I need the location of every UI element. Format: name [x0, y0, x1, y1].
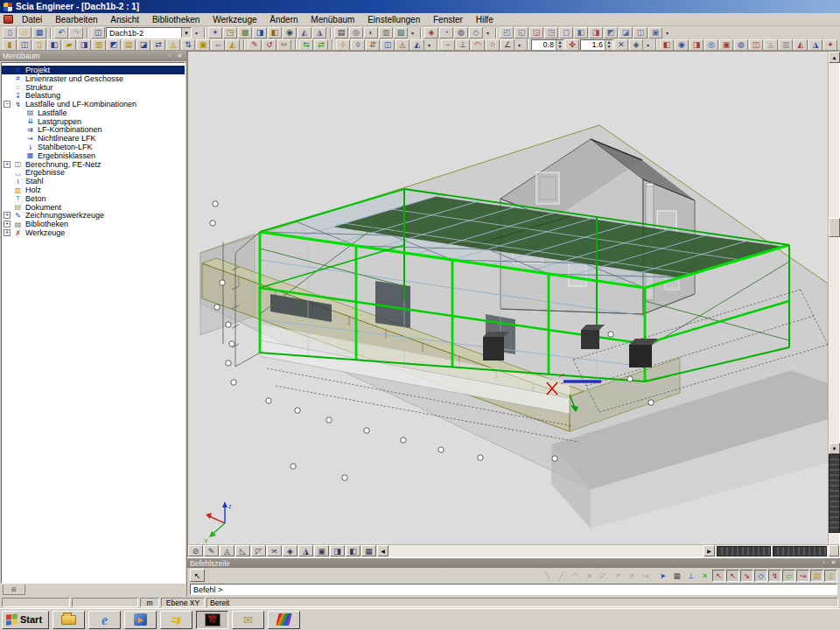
print-preview-button[interactable]: ◎ [349, 27, 363, 38]
beam-tool-10[interactable]: ◪ [136, 39, 150, 51]
tree-expand-toggle[interactable]: + [4, 229, 10, 236]
full-screen-button[interactable]: ▣ [648, 27, 662, 38]
document-view-button[interactable]: ▧ [394, 27, 408, 38]
node-tool-1[interactable]: ⇄ [151, 39, 165, 51]
minimize-window-button[interactable]: ◪ [619, 27, 633, 38]
snap-intersection-button[interactable]: ⇘ [740, 570, 753, 582]
supports-toggle-button[interactable]: ≍ [267, 545, 282, 556]
snap-close-button[interactable]: ✕ [583, 570, 596, 582]
dim-angle-button[interactable]: ∠ [500, 39, 514, 51]
beam-tool-8[interactable]: ◩ [107, 39, 121, 51]
maximize-window-button[interactable]: ◩ [604, 27, 618, 38]
scroll-right-icon[interactable]: ▶ [704, 545, 715, 556]
tree-item[interactable]: ⌂ Struktur [2, 83, 185, 92]
snap-polyline-button[interactable]: ╱ [555, 570, 568, 582]
stretch-button[interactable]: ◭ [410, 39, 424, 51]
mdi-document-icon[interactable] [4, 15, 13, 24]
split-window-button[interactable]: ◧ [574, 27, 588, 38]
cursor-snap-button[interactable]: ➤ [656, 570, 669, 582]
tree-item[interactable]: T Beton [2, 194, 185, 203]
title-bar[interactable]: Scia Engineer - [Dach1b-2 : 1] [0, 0, 840, 13]
disconnect-nodes-button[interactable]: ⇄ [314, 39, 328, 51]
command-input[interactable]: Befehl > [190, 584, 837, 595]
tools-menu[interactable]: ▾ [484, 27, 492, 38]
horizontal-scrollbar-thumb-2[interactable] [773, 546, 827, 556]
tree-item[interactable]: I Stahl [2, 177, 185, 186]
activity-toggle-7[interactable]: ◫ [749, 39, 763, 51]
activity-toggle-10[interactable]: ◭ [794, 39, 808, 51]
activity-toggle-6[interactable]: ◍ [734, 39, 748, 51]
snap-curve-button[interactable]: ↝ [639, 570, 652, 582]
activity-toggle-9[interactable]: ▥ [779, 39, 793, 51]
snap-midpoint-button[interactable]: ↖ [726, 570, 739, 582]
new-window-button[interactable]: ◨ [589, 27, 603, 38]
spinner-arrows-icon[interactable]: ▲▼ [556, 40, 564, 50]
beam-tool-9[interactable]: ▤ [122, 39, 136, 51]
scale-button[interactable]: ◬ [396, 39, 410, 51]
dim-circle-button[interactable]: ○ [486, 39, 500, 51]
window-menu[interactable]: ▾ [663, 27, 671, 38]
view-y-button[interactable]: ▦ [361, 545, 376, 556]
open-file-button[interactable]: ▱ [18, 27, 32, 38]
snap-tangent-button[interactable]: ↯ [768, 570, 781, 582]
activity-toggle-5[interactable]: ▣ [719, 39, 733, 51]
view-left-button[interactable]: ◭ [298, 27, 312, 38]
shading-on-button[interactable]: ✎ [204, 545, 219, 556]
clipboard-button[interactable]: ◧ [268, 27, 282, 38]
render-settings-button[interactable]: ◨ [330, 545, 345, 556]
dimension-menu[interactable]: ▾ [515, 39, 523, 51]
tree-item[interactable]: ⇉ LF-Kombinationen [2, 126, 185, 135]
snap-corner-button[interactable]: ⇗ [625, 570, 638, 582]
modify-button[interactable]: ✏ [277, 39, 291, 51]
vertical-scrollbar-thumb[interactable] [829, 218, 840, 237]
chevron-down-icon[interactable]: ▼ [181, 28, 191, 38]
snap-polygon-button[interactable]: ▱ [782, 570, 795, 582]
copy-view-button[interactable]: ✦ [208, 27, 222, 38]
menubaum-tab[interactable]: ⊞ [3, 584, 25, 595]
activity-toggle-12[interactable]: ✦ [823, 39, 837, 51]
menu-item[interactable]: Bearbeiten [50, 14, 102, 25]
snap-endpoint-button[interactable]: ↖ [712, 570, 725, 582]
snap-orthopoint-button[interactable]: ◇ [754, 570, 767, 582]
tree-item[interactable]: ◡ Ergebnisse [2, 169, 185, 178]
undo-button[interactable]: ↶ [54, 27, 68, 38]
save-button[interactable]: ▦ [32, 27, 46, 38]
menu-item[interactable]: Menübaum [305, 14, 360, 25]
vertical-scrollbar-dark-thumb[interactable] [829, 454, 840, 533]
beam-tool-5[interactable]: ▰ [62, 39, 76, 51]
move-button[interactable]: ◊ [336, 39, 350, 51]
text-scale-spinner[interactable]: 1.6▲▼ [580, 39, 613, 51]
activity-toggle-8[interactable]: ◬ [764, 39, 778, 51]
project-selector[interactable]: Dach1b-2▼ [106, 27, 192, 38]
dot-grid-button[interactable]: ▦ [670, 570, 683, 582]
print-button[interactable]: ▤ [334, 27, 348, 38]
project-window-button[interactable]: ◫ [91, 27, 105, 38]
node-tool-3[interactable]: ⇅ [181, 39, 195, 51]
tree-item[interactable]: ▣ Projekt [2, 66, 185, 74]
model-edges-button[interactable]: ◬ [220, 545, 234, 556]
menu-item[interactable]: Datei [17, 14, 47, 25]
measure-button[interactable]: ◈ [629, 39, 643, 51]
taskbar-outlook[interactable]: ✉ [232, 611, 264, 629]
mirror-button[interactable]: ⇵ [366, 39, 380, 51]
close-all-windows-button[interactable]: ◰ [500, 27, 514, 38]
spinner-arrows-icon[interactable]: ▲▼ [605, 40, 612, 50]
new-file-button[interactable]: ▯ [3, 27, 17, 38]
menu-item[interactable]: Fenster [428, 14, 468, 25]
start-button[interactable]: Start [2, 611, 49, 629]
vertical-scrollbar[interactable]: ▲ ▼ [828, 52, 839, 544]
beam-tool-7[interactable]: ▥ [92, 39, 106, 51]
snap-raster-button[interactable]: ▯ [824, 570, 837, 582]
node-tool-5[interactable]: ⇔ [211, 39, 225, 51]
snap-extend-button[interactable]: ↗ [611, 570, 624, 582]
selection-cursor-button[interactable]: ↖ [190, 569, 205, 582]
taskbar-internet-explorer[interactable]: e [88, 611, 121, 629]
horizontal-scrollbar-thumb[interactable] [717, 546, 771, 556]
taskbar-scia-engineer[interactable] [268, 611, 300, 629]
tree-item[interactable]: ↧ Belastung [2, 91, 185, 100]
dim-arc-button[interactable]: ◠ [471, 39, 485, 51]
taskbar-media-player[interactable]: ▶ [124, 611, 157, 629]
menu-item[interactable]: Bibliotheken [147, 14, 205, 25]
menu-item[interactable]: Einstellungen [362, 14, 425, 25]
tree-item[interactable]: + ◫ Berechnung, FE-Netz [2, 160, 185, 169]
